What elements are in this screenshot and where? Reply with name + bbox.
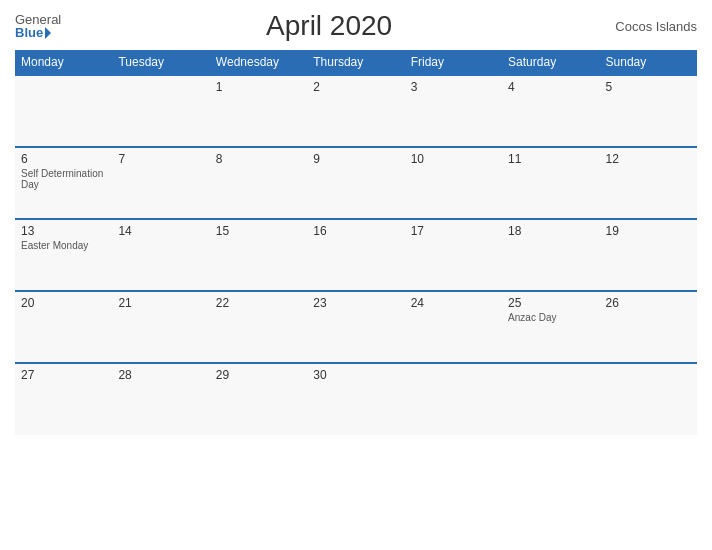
calendar-cell: [112, 75, 209, 147]
calendar-cell: 15: [210, 219, 307, 291]
day-number: 12: [606, 152, 691, 166]
day-number: 7: [118, 152, 203, 166]
calendar-cell: 12: [600, 147, 697, 219]
calendar-cell: 10: [405, 147, 502, 219]
calendar-week-row: 202122232425Anzac Day26: [15, 291, 697, 363]
calendar-cell: [15, 75, 112, 147]
day-number: 29: [216, 368, 301, 382]
col-tuesday: Tuesday: [112, 50, 209, 75]
day-number: 3: [411, 80, 496, 94]
calendar-cell: 2: [307, 75, 404, 147]
calendar-week-row: 12345: [15, 75, 697, 147]
calendar-week-row: 27282930: [15, 363, 697, 435]
day-number: 13: [21, 224, 106, 238]
day-number: 25: [508, 296, 593, 310]
day-number: 20: [21, 296, 106, 310]
day-number: 11: [508, 152, 593, 166]
calendar-cell: 4: [502, 75, 599, 147]
calendar-cell: 9: [307, 147, 404, 219]
day-number: 17: [411, 224, 496, 238]
calendar-cell: 17: [405, 219, 502, 291]
calendar-cell: 1: [210, 75, 307, 147]
holiday-label: Easter Monday: [21, 240, 106, 251]
calendar-cell: 26: [600, 291, 697, 363]
logo-blue-text: Blue: [15, 26, 43, 39]
holiday-label: Self Determination Day: [21, 168, 106, 190]
page: General Blue April 2020 Cocos Islands Mo…: [0, 0, 712, 550]
day-number: 24: [411, 296, 496, 310]
day-number: 27: [21, 368, 106, 382]
day-number: 1: [216, 80, 301, 94]
calendar-cell: 7: [112, 147, 209, 219]
month-title: April 2020: [61, 10, 597, 42]
calendar-week-row: 6Self Determination Day789101112: [15, 147, 697, 219]
calendar-header-row: Monday Tuesday Wednesday Thursday Friday…: [15, 50, 697, 75]
header: General Blue April 2020 Cocos Islands: [15, 10, 697, 42]
calendar-cell: 11: [502, 147, 599, 219]
calendar-cell: [405, 363, 502, 435]
calendar-week-row: 13Easter Monday141516171819: [15, 219, 697, 291]
calendar-cell: [600, 363, 697, 435]
logo: General Blue: [15, 13, 61, 39]
col-wednesday: Wednesday: [210, 50, 307, 75]
day-number: 10: [411, 152, 496, 166]
calendar-cell: 13Easter Monday: [15, 219, 112, 291]
day-number: 23: [313, 296, 398, 310]
day-number: 14: [118, 224, 203, 238]
day-number: 8: [216, 152, 301, 166]
col-thursday: Thursday: [307, 50, 404, 75]
calendar-table: Monday Tuesday Wednesday Thursday Friday…: [15, 50, 697, 435]
day-number: 2: [313, 80, 398, 94]
calendar-cell: 3: [405, 75, 502, 147]
day-number: 5: [606, 80, 691, 94]
day-number: 6: [21, 152, 106, 166]
day-number: 21: [118, 296, 203, 310]
day-number: 15: [216, 224, 301, 238]
calendar-cell: 19: [600, 219, 697, 291]
day-number: 9: [313, 152, 398, 166]
col-friday: Friday: [405, 50, 502, 75]
calendar-cell: 25Anzac Day: [502, 291, 599, 363]
calendar-cell: 6Self Determination Day: [15, 147, 112, 219]
day-number: 18: [508, 224, 593, 238]
day-number: 26: [606, 296, 691, 310]
calendar-cell: 18: [502, 219, 599, 291]
day-number: 22: [216, 296, 301, 310]
calendar-cell: 22: [210, 291, 307, 363]
calendar-cell: 5: [600, 75, 697, 147]
col-monday: Monday: [15, 50, 112, 75]
calendar-cell: 14: [112, 219, 209, 291]
holiday-label: Anzac Day: [508, 312, 593, 323]
day-number: 19: [606, 224, 691, 238]
calendar-cell: 16: [307, 219, 404, 291]
calendar-cell: 24: [405, 291, 502, 363]
calendar-cell: 28: [112, 363, 209, 435]
logo-triangle-icon: [45, 27, 51, 39]
calendar-cell: 23: [307, 291, 404, 363]
col-saturday: Saturday: [502, 50, 599, 75]
calendar-cell: [502, 363, 599, 435]
calendar-cell: 29: [210, 363, 307, 435]
calendar-cell: 20: [15, 291, 112, 363]
day-number: 4: [508, 80, 593, 94]
calendar-cell: 21: [112, 291, 209, 363]
calendar-cell: 30: [307, 363, 404, 435]
region-label: Cocos Islands: [597, 19, 697, 34]
day-number: 16: [313, 224, 398, 238]
calendar-cell: 8: [210, 147, 307, 219]
day-number: 30: [313, 368, 398, 382]
col-sunday: Sunday: [600, 50, 697, 75]
calendar-cell: 27: [15, 363, 112, 435]
day-number: 28: [118, 368, 203, 382]
